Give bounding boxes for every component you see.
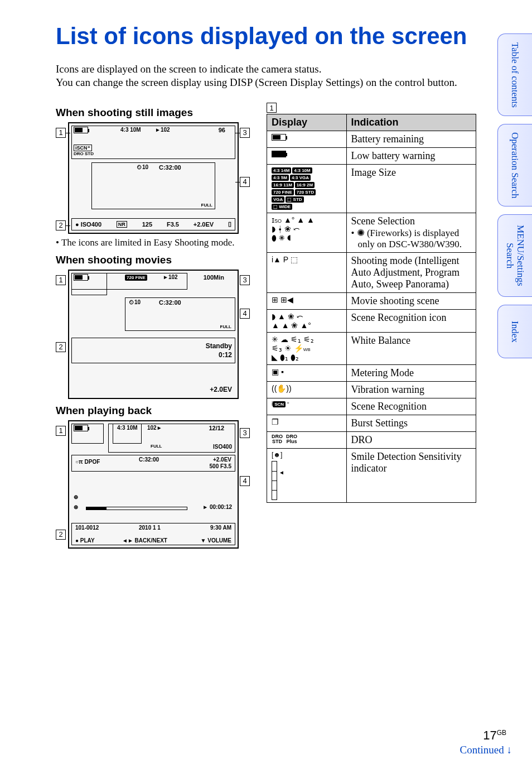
table-row: ✳ ☁ ⚟₁ ⚟₂⚟₃ ☀ ⚡WB◣ ⬮₁ ⬮₂ White Balance [267,333,476,365]
table-row: iSCN⁺ Scene Recognition [267,398,476,415]
tab-table-of-contents[interactable]: Table of contents [497,33,532,116]
still-selftimer: ⏲10 [137,164,148,170]
play-exp: 500 F3.5 [210,463,231,469]
screenshot-playback: 4:3 10M 102► 12/12 ISO400 FULL ○π DPOF C… [68,420,239,549]
play-date: 2010 1 1 [139,525,161,531]
table-row: i▲ P ⬚ Shooting mode (Intelligent Auto A… [267,253,476,293]
callout-4: 4 [240,177,250,187]
continued-indicator: Continued ↓ [460,744,512,756]
heading-playback: When playing back [56,405,251,417]
movie-time: 100Min [204,274,224,281]
tab-index[interactable]: Index [497,305,532,358]
cell-smile-icon: [☻] [267,449,347,503]
cell-iscn-icon: iSCN⁺ [267,398,347,415]
table-row: ɪSO ▲° ▲ ▲ ◗ ⍿ ❀ ⤺ ⬮ ✺ ◖ Scene Selection… [267,213,476,253]
cell-iscn-text: Scene Recognition [346,398,476,415]
movie-selftimer: ⏲10 [129,299,141,305]
movie-folder: ►102 [163,274,178,280]
region-marker: 1 [267,103,277,113]
callout-1: 1 [56,128,66,138]
play-vol: ▼ VOLUME [201,537,231,544]
heading-movies: When shooting movies [56,254,251,266]
still-scn: iSCN⁺ [74,145,92,151]
table-row: ❐ Burst Settings [267,415,476,432]
cell-burst-icon: ❐ [267,415,347,432]
cell-scene-icons: ɪSO ▲° ▲ ▲ ◗ ⍿ ❀ ⤺ ⬮ ✺ ◖ [267,213,347,253]
play-dpof: DPOF [84,459,100,465]
play-file: 101-0012 [75,525,99,531]
cell-battery-icon [267,131,347,148]
cell-wb-text: White Balance [346,333,476,365]
movie-full: FULL [220,324,231,329]
still-iso: ISO400 [81,221,101,228]
callout-2: 2 [56,220,66,230]
cell-shootmode-text: Shooting mode (Intelligent Auto Adjustme… [346,253,476,293]
still-remaining: 96 [219,127,225,133]
still-size: 4:3 10M [120,127,141,133]
tab-operation-search[interactable]: Operation Search [497,124,532,206]
callout-p3: 3 [240,428,250,438]
play-size: 4:3 10M [117,425,138,431]
play-clock: 9:30 AM [210,525,231,531]
cell-scenerec-text: Scene Recognition icon [346,310,476,333]
page-number: 17GB [483,728,506,743]
play-clip: 00:00:12 [210,504,232,510]
cell-burst-text: Burst Settings [346,415,476,432]
still-full: FULL [201,203,212,208]
cell-battery-text: Battery remaining [346,131,476,148]
table-row: ((✋)) Vibration warning [267,382,476,398]
callout-p1: 1 [56,426,66,436]
cell-dro-icon: DROSTDDROPlus [267,432,347,449]
cell-vibration-text: Vibration warning [346,382,476,398]
cell-wb-icons: ✳ ☁ ⚟₁ ⚟₂⚟₃ ☀ ⚡WB◣ ⬮₁ ⬮₂ [267,333,347,365]
callout-p4: 4 [240,476,250,486]
callout-p2: 2 [56,530,66,540]
still-ev: +2.0EV [194,221,214,228]
table-row: Battery remaining [267,131,476,148]
callout-3: 3 [240,128,250,138]
cell-smile-text: Smile Detection Sensitivity indicator [346,449,476,503]
cell-moviescene-icons: ⊞ ⊞◀ [267,293,347,310]
table-row: ⊞ ⊞◀ Movie shooting scene [267,293,476,310]
still-folder: ►102 [155,127,170,133]
table-row: [☻] Smile Detection Sensitivity indicato… [267,449,476,503]
intro-line1: Icons are displayed on the screen to ind… [56,63,321,75]
still-shutter: 125 [142,221,152,228]
table-row: Low battery warning [267,148,476,165]
table-row: ▣ ▪ Metering Mode [267,365,476,382]
movie-ev: +2.0EV [210,386,232,393]
cell-moviescene-text: Movie shooting scene [346,293,476,310]
cell-lowbatt-text: Low battery warning [346,148,476,165]
callout-m4: 4 [240,309,250,319]
callout-m3: 3 [240,275,250,285]
cell-shootmode-icons: i▲ P ⬚ [267,253,347,293]
still-ccode: C:32:00 [159,164,181,171]
cell-imagesize-text: Image Size [346,165,476,213]
play-folder: 102► [147,425,162,431]
cell-metering-icons: ▣ ▪ [267,365,347,382]
tab-menu-settings-search[interactable]: MENU/Settings Search [497,214,532,297]
table-row: ◗ ▲ ❀ ⤺▲ ▲ ❀ ▲° Scene Recognition icon [267,310,476,333]
play-play-label: ● PLAY [75,537,95,544]
play-counter: 12/12 [209,425,224,431]
note-still: • The icons are limited in Easy Shooting… [56,237,251,248]
cell-scene-text: Scene Selection • ✺ (Fireworks) is displ… [346,213,476,253]
still-aperture: F3.5 [167,221,179,228]
play-iso: ISO400 [213,444,232,450]
callout-m1: 1 [56,275,66,285]
movie-ccode: C:32:00 [159,299,181,306]
play-ccode: C:32:00 [139,457,159,463]
cell-metering-text: Metering Mode [346,365,476,382]
icon-table: Display Indication Battery remaining Low… [267,114,476,503]
screenshot-still: 4:3 10M ►102 96 iSCN⁺ DRO STD ⏲10 C:32:0… [68,122,239,234]
th-display: Display [267,114,347,131]
cell-scenerec-icons: ◗ ▲ ❀ ⤺▲ ▲ ❀ ▲° [267,310,347,333]
play-ev: +2.0EV [213,457,231,463]
page-title: List of icons displayed on the screen [56,22,476,50]
table-row: DROSTDDROPlus DRO [267,432,476,449]
callout-m2: 2 [56,342,66,352]
cell-lowbatt-icon [267,148,347,165]
still-nr: NR [117,221,127,228]
cell-vibration-icon: ((✋)) [267,382,347,398]
table-row: 4:3 14M4:3 10M 4:3 5M4:3 VGA 16:9 11M16:… [267,165,476,213]
